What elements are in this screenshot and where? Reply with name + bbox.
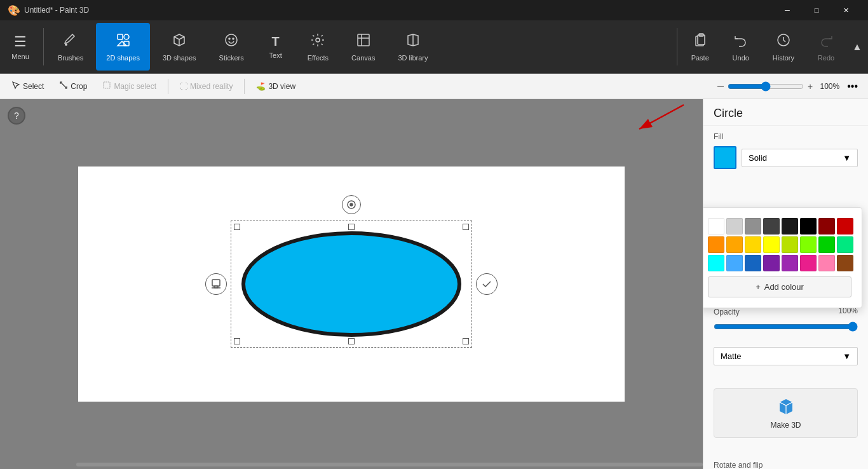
color-orange[interactable]	[708, 236, 724, 253]
svg-line-17	[322, 35, 323, 36]
crop-button[interactable]: Crop	[53, 78, 93, 94]
help-button[interactable]: ?	[8, 107, 25, 125]
zoom-plus-icon[interactable]: +	[808, 81, 813, 92]
more-options-button[interactable]: •••	[842, 78, 863, 95]
toolbar-3dlibrary[interactable]: 3D library	[388, 23, 438, 71]
toolbar-3dshapes[interactable]: 3D shapes	[153, 23, 207, 71]
opacity-slider[interactable]	[714, 322, 858, 332]
drawing-canvas[interactable]	[78, 167, 625, 402]
color-lightblue[interactable]	[726, 255, 743, 271]
svg-line-15	[322, 43, 323, 44]
color-gray[interactable]	[745, 218, 761, 234]
svg-point-2	[124, 34, 129, 39]
color-red[interactable]	[837, 218, 853, 234]
finish-dropdown[interactable]: Matte ▼	[714, 347, 858, 365]
handle-bm[interactable]	[348, 338, 355, 344]
color-darkgray[interactable]	[763, 218, 780, 234]
toolbar-stickers-label: Stickers	[219, 54, 244, 62]
win-controls: ─ □ ✕	[773, 0, 860, 20]
color-black[interactable]	[800, 218, 817, 234]
toolbar-history-label: History	[773, 54, 794, 62]
make3d-button[interactable]: Make 3D	[714, 388, 858, 438]
right-panel: Circle Fill Solid ▼	[703, 99, 868, 469]
stamp-handle[interactable]	[205, 273, 227, 295]
toolbar-canvas[interactable]: Canvas	[341, 23, 385, 71]
magic-select-button[interactable]: Magic select	[96, 78, 163, 94]
color-lightorange[interactable]	[726, 236, 743, 253]
check-handle[interactable]	[476, 273, 498, 295]
toolbar-history[interactable]: History	[763, 23, 804, 71]
rotate-flip-section: Rotate and flip	[703, 449, 868, 469]
svg-point-0	[65, 43, 67, 46]
color-chartreuse[interactable]	[800, 236, 817, 253]
color-yellow[interactable]	[763, 236, 780, 253]
finish-chevron: ▼	[843, 351, 851, 361]
toolbar-stickers[interactable]: Stickers	[209, 23, 254, 71]
3d-view-button[interactable]: ⛳ 3D view	[250, 79, 302, 93]
subbar-sep-2	[244, 79, 245, 94]
mixed-reality-button[interactable]: ⛶ Mixed reality	[173, 79, 239, 93]
handle-br[interactable]	[463, 338, 469, 344]
color-springgreen[interactable]	[837, 236, 853, 253]
toolbar-text[interactable]: T Text	[257, 23, 295, 71]
color-nearblack[interactable]	[782, 218, 798, 234]
canvas-icon	[356, 32, 371, 51]
fill-type-dropdown[interactable]: Solid ▼	[742, 149, 858, 167]
add-color-button[interactable]: + Add colour	[708, 276, 851, 297]
maximize-button[interactable]: □	[802, 0, 831, 20]
handle-tl[interactable]	[234, 224, 240, 230]
zoom-slider[interactable]	[728, 81, 804, 92]
color-green[interactable]	[818, 236, 835, 253]
svg-rect-1	[118, 34, 123, 39]
toolbar-paste[interactable]: Paste	[681, 23, 719, 71]
crop-icon	[59, 81, 68, 92]
finish-value: Matte	[721, 351, 742, 361]
toolbar-2dshapes[interactable]: 2D shapes	[96, 23, 150, 71]
titlebar: 🎨 Untitled* - Paint 3D ─ □ ✕	[0, 0, 868, 20]
handle-bl[interactable]	[234, 338, 240, 344]
minimize-button[interactable]: ─	[773, 0, 802, 20]
toolbar: ☰ Menu Brushes 2D shapes	[0, 20, 868, 74]
toolbar-undo[interactable]: Undo	[722, 23, 760, 71]
toolbar-brushes[interactable]: Brushes	[48, 23, 93, 71]
rotate-handle[interactable]	[342, 195, 361, 214]
svg-line-25	[60, 82, 67, 88]
svg-line-16	[313, 43, 315, 44]
toolbar-collapse[interactable]: ▲	[848, 23, 867, 71]
fill-color-button[interactable]	[714, 146, 736, 169]
zoom-minus-icon[interactable]: ─	[717, 81, 724, 92]
toolbar-sep-2	[677, 28, 677, 65]
select-button[interactable]: Select	[5, 78, 50, 94]
zoom-value: 100%	[817, 82, 839, 91]
color-brown[interactable]	[837, 255, 853, 271]
3dshapes-icon	[172, 32, 187, 51]
color-white[interactable]	[708, 218, 724, 234]
mixed-reality-label: Mixed reality	[190, 82, 233, 91]
add-color-icon: +	[756, 282, 761, 292]
color-darkred[interactable]	[818, 218, 835, 234]
svg-point-32	[243, 233, 459, 335]
color-blue[interactable]	[745, 255, 761, 271]
color-hotpink[interactable]	[818, 255, 835, 271]
color-pink[interactable]	[800, 255, 817, 271]
handle-tr[interactable]	[463, 224, 469, 230]
crop-label: Crop	[71, 82, 87, 91]
toolbar-3dlibrary-label: 3D library	[398, 54, 428, 62]
color-violet[interactable]	[782, 255, 798, 271]
color-gold[interactable]	[745, 236, 761, 253]
menu-icon: ☰	[14, 34, 27, 50]
toolbar-effects-label: Effects	[308, 54, 329, 62]
close-button[interactable]: ✕	[831, 0, 860, 20]
ellipse-shape[interactable]	[237, 227, 466, 341]
toolbar-effects[interactable]: Effects	[297, 23, 339, 71]
toolbar-redo[interactable]: Redo	[807, 23, 845, 71]
canvas-area[interactable]: ?	[0, 99, 703, 469]
color-cyan[interactable]	[708, 255, 724, 271]
color-lightgray[interactable]	[726, 218, 743, 234]
toolbar-menu[interactable]: ☰ Menu	[1, 23, 39, 71]
color-yellowgreen[interactable]	[782, 236, 798, 253]
handle-tm[interactable]	[348, 224, 355, 230]
color-picker-popup: + Add colour	[703, 207, 862, 308]
color-purple[interactable]	[763, 255, 780, 271]
h-scrollbar[interactable]	[76, 463, 703, 466]
